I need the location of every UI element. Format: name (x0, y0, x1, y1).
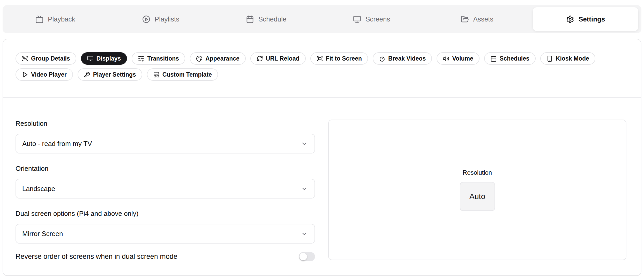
tab-label: Screens (365, 15, 390, 23)
play-icon (22, 71, 28, 78)
chevron-down-icon (301, 185, 308, 192)
pill-schedules[interactable]: Schedules (484, 52, 536, 65)
sliders-icon (138, 55, 144, 62)
tv-icon (35, 15, 43, 23)
resolution-value: Auto - read from my TV (22, 140, 92, 148)
tab-settings[interactable]: Settings (533, 7, 638, 31)
pill-custom-template[interactable]: Custom Template (147, 68, 218, 81)
resolution-select[interactable]: Auto - read from my TV (16, 134, 315, 153)
tab-label: Settings (579, 15, 605, 23)
reverse-screens-label: Reverse order of screens when in dual sc… (16, 253, 177, 261)
pill-label: Schedules (500, 55, 529, 62)
pill-label: Break Videos (388, 55, 426, 62)
reverse-screens-row: Reverse order of screens when in dual sc… (16, 252, 315, 261)
calendar-icon (490, 55, 497, 62)
pill-kiosk-mode[interactable]: Kiosk Mode (540, 52, 595, 65)
pill-video-player[interactable]: Video Player (16, 68, 73, 81)
palette-icon (196, 55, 203, 62)
tab-playlists[interactable]: Playlists (108, 5, 214, 33)
tab-label: Playlists (155, 15, 179, 23)
pill-fit-to-screen[interactable]: Fit to Screen (310, 52, 368, 65)
orientation-label: Orientation (16, 165, 315, 172)
preview-resolution-box: Auto (460, 182, 495, 211)
pill-label: Custom Template (162, 71, 212, 78)
pill-group-details[interactable]: Group Details (16, 52, 76, 65)
tab-label: Playback (48, 15, 75, 23)
tab-screens[interactable]: Screens (319, 5, 424, 33)
layout-panel-icon (153, 71, 160, 78)
volume-icon (443, 55, 449, 62)
orientation-value: Landscape (22, 185, 55, 193)
pill-url-reload[interactable]: URL Reload (250, 52, 306, 65)
orientation-select[interactable]: Landscape (16, 179, 315, 199)
pill-label: Volume (452, 55, 473, 62)
pill-break-videos[interactable]: Break Videos (373, 52, 432, 65)
pill-label: Displays (96, 55, 121, 62)
refresh-icon (257, 55, 263, 62)
pill-label: Kiosk Mode (556, 55, 589, 62)
chevron-down-icon (301, 230, 308, 237)
pill-label: Player Settings (93, 71, 136, 78)
folder-open-icon (461, 15, 469, 23)
monitor-icon (87, 55, 94, 62)
pill-label: Appearance (205, 55, 239, 62)
reverse-screens-toggle[interactable] (299, 252, 315, 261)
tab-label: Schedule (258, 15, 286, 23)
tab-assets[interactable]: Assets (424, 5, 530, 33)
pill-player-settings[interactable]: Player Settings (78, 68, 142, 81)
pill-label: URL Reload (266, 55, 299, 62)
preview-resolution-label: Resolution (463, 169, 492, 176)
smartphone-icon (546, 55, 553, 62)
pill-label: Fit to Screen (326, 55, 362, 62)
pill-transitions[interactable]: Transitions (132, 52, 185, 65)
tab-playback[interactable]: Playback (3, 5, 108, 33)
pill-label: Transitions (147, 55, 179, 62)
displays-form: Resolution Auto - read from my TV Orient… (16, 120, 315, 261)
displays-settings-content: Resolution Auto - read from my TV Orient… (16, 120, 626, 261)
monitor-icon (353, 15, 361, 23)
tab-schedule[interactable]: Schedule (213, 5, 319, 33)
resolution-label: Resolution (16, 120, 315, 127)
gear-icon (566, 15, 574, 23)
chevron-down-icon (301, 140, 308, 147)
settings-card: Group Details Displays Transitions Appea… (3, 39, 641, 276)
play-circle-icon (142, 15, 150, 23)
dual-screen-select[interactable]: Mirror Screen (16, 224, 315, 244)
pill-volume[interactable]: Volume (437, 52, 479, 65)
tab-label: Assets (473, 15, 493, 23)
calendar-icon (246, 15, 254, 23)
dual-screen-label: Dual screen options (Pi4 and above only) (16, 210, 315, 217)
wrench-icon (84, 71, 90, 78)
pill-label: Group Details (31, 55, 70, 62)
preview-resolution-value: Auto (469, 192, 485, 201)
pill-appearance[interactable]: Appearance (190, 52, 246, 65)
pill-label: Video Player (31, 71, 67, 78)
dual-screen-value: Mirror Screen (22, 230, 63, 238)
pill-displays[interactable]: Displays (81, 52, 127, 65)
group-icon (22, 55, 28, 62)
top-navigation: Playback Playlists Schedule Screens Asse… (3, 5, 641, 33)
timer-icon (379, 55, 385, 62)
resolution-preview-panel: Resolution Auto (328, 120, 626, 260)
toggle-knob (299, 253, 307, 260)
settings-subtabs: Group Details Displays Transitions Appea… (3, 39, 641, 98)
fullscreen-icon (317, 55, 323, 62)
